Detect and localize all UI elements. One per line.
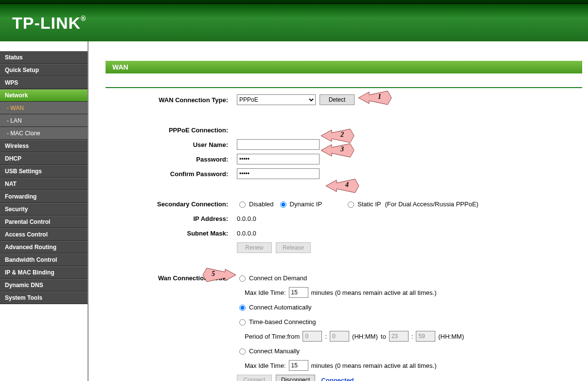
- radio-auto-label: Connect Automatically: [249, 304, 312, 311]
- label-conn-type: WAN Connection Type:: [106, 96, 237, 104]
- radio-sec-dynamic[interactable]: Dynamic IP: [278, 200, 322, 208]
- value-ip: 0.0.0.0: [237, 215, 256, 222]
- sidebar-item-parental-control[interactable]: Parental Control: [0, 216, 88, 228]
- radio-auto-input[interactable]: [239, 305, 246, 311]
- sidebar-item-network[interactable]: Network: [0, 89, 88, 102]
- radio-manual-label: Connect Manually: [249, 347, 300, 355]
- label-secondary: Secondary Connection:: [106, 200, 237, 208]
- sidebar-sub-lan[interactable]: - LAN: [0, 114, 88, 127]
- radio-auto[interactable]: Connect Automatically: [237, 303, 312, 311]
- time-from-h[interactable]: [303, 331, 322, 342]
- sidebar-sub-mac-clone[interactable]: - MAC Clone: [0, 127, 88, 140]
- sidebar: Status Quick Setup WPS Network - WAN - L…: [0, 41, 89, 381]
- password-input[interactable]: [237, 154, 320, 164]
- value-mask: 0.0.0.0: [237, 230, 256, 237]
- sidebar-item-dynamic-dns[interactable]: Dynamic DNS: [0, 279, 88, 291]
- label-confirm: Confirm Password:: [106, 170, 237, 178]
- idle-time-1-input[interactable]: [289, 287, 308, 298]
- detect-button[interactable]: Detect: [320, 94, 355, 105]
- username-input[interactable]: [237, 139, 320, 150]
- divider: [106, 87, 582, 88]
- sidebar-item-access-control[interactable]: Access Control: [0, 228, 88, 241]
- label-mode: Wan Connection Mode:: [106, 274, 237, 282]
- radio-timebased[interactable]: Time-based Connecting: [237, 318, 316, 326]
- label-pppoe-section: PPPoE Connection:: [106, 127, 237, 134]
- idle-note-2: minutes (0 means remain active at all ti…: [311, 362, 437, 369]
- brand-logo: TP-LINK®: [12, 14, 86, 33]
- label-to: to: [381, 333, 386, 340]
- label-mask: Subnet Mask:: [106, 230, 237, 237]
- radio-sec-static-input[interactable]: [348, 201, 354, 208]
- radio-sec-disabled[interactable]: Disabled: [237, 200, 274, 208]
- select-conn-type[interactable]: PPPoE: [237, 94, 316, 105]
- sidebar-item-wps[interactable]: WPS: [0, 76, 88, 89]
- radio-manual-input[interactable]: [239, 348, 246, 355]
- radio-sec-static-label: Static IP: [357, 200, 381, 208]
- sidebar-item-nat[interactable]: NAT: [0, 178, 88, 190]
- release-button[interactable]: Release: [276, 242, 311, 253]
- radio-timebased-input[interactable]: [239, 319, 246, 326]
- radio-sec-dynamic-input[interactable]: [280, 201, 286, 208]
- confirm-password-input[interactable]: [237, 168, 320, 179]
- hhmm-2: (HH:MM): [438, 333, 464, 340]
- label-idle-1: Max Idle Time:: [245, 289, 286, 296]
- header-stripe: [0, 3, 588, 4]
- radio-manual[interactable]: Connect Manually: [237, 347, 300, 355]
- radio-demand-input[interactable]: [239, 275, 246, 282]
- sidebar-item-usb-settings[interactable]: USB Settings: [0, 165, 88, 178]
- sidebar-item-wireless[interactable]: Wireless: [0, 140, 88, 152]
- header: TP-LINK®: [0, 0, 588, 41]
- idle-time-2-input[interactable]: [289, 360, 308, 371]
- sidebar-item-advanced-routing[interactable]: Advanced Routing: [0, 241, 88, 254]
- label-period: Period of Time:from: [245, 333, 300, 340]
- secondary-note: (For Dual Access/Russia PPPoE): [385, 200, 478, 208]
- radio-demand-label: Connect on Demand: [249, 274, 307, 282]
- radio-demand[interactable]: Connect on Demand: [237, 274, 307, 282]
- label-username: User Name:: [106, 141, 237, 148]
- connection-status: Connected: [321, 377, 354, 381]
- time-from-m[interactable]: [330, 331, 349, 342]
- sidebar-item-ip-mac-binding[interactable]: IP & MAC Binding: [0, 266, 88, 279]
- radio-sec-disabled-label: Disabled: [249, 200, 274, 208]
- radio-timebased-label: Time-based Connecting: [249, 318, 316, 326]
- idle-note-1: minutes (0 means remain active at all ti…: [311, 289, 437, 296]
- label-idle-2: Max Idle Time:: [245, 362, 286, 369]
- label-ip: IP Address:: [106, 215, 237, 222]
- time-to-h[interactable]: [389, 331, 409, 342]
- sidebar-item-quick-setup[interactable]: Quick Setup: [0, 64, 88, 76]
- radio-sec-disabled-input[interactable]: [239, 201, 246, 208]
- disconnect-button[interactable]: Disconnect: [276, 375, 315, 381]
- renew-button[interactable]: Renew: [237, 242, 272, 253]
- sidebar-item-dhcp[interactable]: DHCP: [0, 152, 88, 165]
- page-title: WAN: [106, 61, 582, 73]
- main-content: WAN WAN Connection Type: PPPoE Detect PP…: [89, 41, 588, 381]
- sidebar-item-forwarding[interactable]: Forwarding: [0, 190, 88, 203]
- sidebar-item-bandwidth-control[interactable]: Bandwidth Control: [0, 254, 88, 266]
- radio-sec-static[interactable]: Static IP: [345, 200, 381, 208]
- sidebar-item-security[interactable]: Security: [0, 203, 88, 216]
- sidebar-sub-wan[interactable]: - WAN: [0, 102, 88, 114]
- connect-button[interactable]: Connect: [237, 375, 272, 381]
- radio-sec-dynamic-label: Dynamic IP: [290, 200, 322, 208]
- sidebar-item-status[interactable]: Status: [0, 51, 88, 64]
- time-to-m[interactable]: [416, 331, 435, 342]
- hhmm-1: (HH:MM): [352, 333, 378, 340]
- sidebar-item-system-tools[interactable]: System Tools: [0, 291, 88, 304]
- label-password: Password:: [106, 156, 237, 163]
